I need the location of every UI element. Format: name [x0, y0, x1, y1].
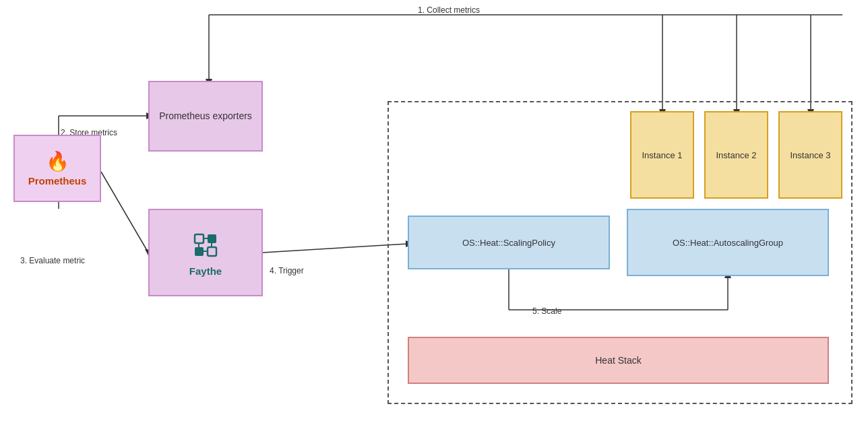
instance-1-label: Instance 1	[642, 150, 683, 160]
diagram: 1. Collect metrics 2. Store metrics 3. E…	[0, 0, 868, 427]
svg-rect-22	[195, 234, 204, 243]
exporters-box: Prometheus exporters	[148, 81, 263, 152]
instance-2-box: Instance 2	[704, 111, 768, 199]
trigger-label: 4. Trigger	[270, 266, 304, 275]
scaling-policy-label: OS::Heat::ScalingPolicy	[462, 238, 555, 248]
svg-rect-24	[195, 247, 204, 256]
instance-1-box: Instance 1	[630, 111, 694, 199]
autoscaling-group-label: OS::Heat::AutoscalingGroup	[673, 238, 783, 248]
heat-stack-label: Heat Stack	[595, 355, 641, 366]
instance-3-box: Instance 3	[778, 111, 842, 199]
collect-metrics-label: 1. Collect metrics	[418, 5, 480, 15]
instance-2-label: Instance 2	[716, 150, 757, 160]
scaling-policy-box: OS::Heat::ScalingPolicy	[408, 216, 610, 269]
instance-3-label: Instance 3	[790, 150, 831, 160]
svg-rect-23	[208, 234, 216, 243]
svg-line-16	[263, 244, 408, 253]
evaluate-metric-label: 3. Evaluate metric	[20, 256, 85, 265]
prometheus-box: 🔥 Prometheus	[13, 135, 101, 202]
faythe-label: Faythe	[189, 265, 222, 277]
autoscaling-group-box: OS::Heat::AutoscalingGroup	[627, 209, 829, 276]
svg-rect-25	[208, 247, 216, 256]
heat-stack-box: Heat Stack	[408, 337, 829, 384]
faythe-icon	[189, 229, 222, 261]
faythe-box: Faythe	[148, 209, 263, 296]
prometheus-label: Prometheus	[28, 175, 87, 187]
prometheus-icon: 🔥	[46, 150, 69, 172]
svg-line-14	[101, 172, 148, 253]
exporters-label: Prometheus exporters	[159, 110, 252, 123]
